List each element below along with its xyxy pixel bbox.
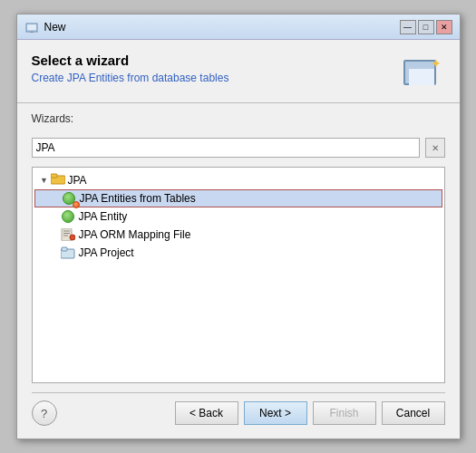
- jpa-project-icon: [60, 245, 76, 261]
- back-button[interactable]: < Back: [175, 401, 238, 425]
- tree-node-jpa-folder[interactable]: ▼ JPA: [34, 171, 442, 189]
- tree-label-jpa-entities: JPA Entities from Tables: [80, 192, 196, 205]
- tree-expand-icon[interactable]: ▼: [38, 174, 51, 187]
- dialog-title: Select a wizard: [32, 53, 400, 68]
- sparkle-icon: ✦: [431, 56, 442, 71]
- new-wizard-dialog: New — □ ✕ Select a wizard Create JPA Ent…: [16, 14, 461, 439]
- tree-label-jpa-project: JPA Project: [79, 246, 134, 259]
- search-input[interactable]: [32, 138, 420, 158]
- svg-rect-1: [27, 24, 36, 30]
- tree-node-jpa-project[interactable]: JPA Project: [34, 244, 442, 262]
- svg-point-9: [70, 235, 75, 240]
- minimize-button[interactable]: —: [400, 20, 416, 34]
- dialog-content: Select a wizard Create JPA Entities from…: [17, 40, 460, 439]
- maximize-button[interactable]: □: [418, 20, 434, 34]
- monitor-screen: [409, 69, 434, 85]
- jpa-entity-icon: [60, 208, 76, 225]
- header-icon: ✦: [400, 53, 445, 93]
- wizard-graphic: ✦: [403, 56, 442, 91]
- svg-rect-4: [51, 174, 57, 178]
- green-circle-icon2: [62, 210, 74, 223]
- tree-label-jpa-entity: JPA Entity: [79, 210, 128, 223]
- cancel-button[interactable]: Cancel: [382, 401, 445, 425]
- header-separator: [17, 102, 460, 103]
- help-button[interactable]: ?: [32, 400, 57, 426]
- tree-node-jpa-entities[interactable]: JPA Entities from Tables: [34, 189, 442, 207]
- titlebar: New — □ ✕: [17, 14, 460, 40]
- orange-circle-icon: [73, 201, 80, 208]
- tree-label-jpa-orm: JPA ORM Mapping File: [79, 228, 191, 241]
- tree-label-jpa: JPA: [68, 174, 87, 187]
- jpa-orm-icon: [60, 226, 76, 243]
- header-section: Select a wizard Create JPA Entities from…: [32, 53, 445, 93]
- next-button[interactable]: Next >: [244, 401, 307, 425]
- tree-node-jpa-orm[interactable]: JPA ORM Mapping File: [34, 226, 442, 244]
- bottom-section: ? < Back Next > Finish Cancel: [32, 392, 445, 429]
- search-clear-button[interactable]: ✕: [425, 138, 445, 158]
- wizards-label: Wizards:: [32, 112, 445, 125]
- folder-icon: [51, 173, 65, 188]
- search-row: ✕: [32, 138, 445, 158]
- svg-rect-11: [62, 247, 67, 251]
- jpa-entities-icon: [61, 190, 77, 207]
- window-icon: [24, 20, 39, 34]
- close-button[interactable]: ✕: [436, 20, 452, 34]
- finish-button[interactable]: Finish: [313, 401, 376, 425]
- header-text: Select a wizard Create JPA Entities from…: [32, 53, 400, 84]
- titlebar-controls: — □ ✕: [400, 20, 452, 34]
- tree-node-jpa-entity[interactable]: JPA Entity: [34, 207, 442, 226]
- window-title: New: [44, 21, 400, 34]
- button-row: ? < Back Next > Finish Cancel: [32, 393, 445, 429]
- dialog-subtitle: Create JPA Entities from database tables: [32, 72, 400, 84]
- wizard-tree[interactable]: ▼ JPA JPA Entities from Tables: [32, 167, 445, 383]
